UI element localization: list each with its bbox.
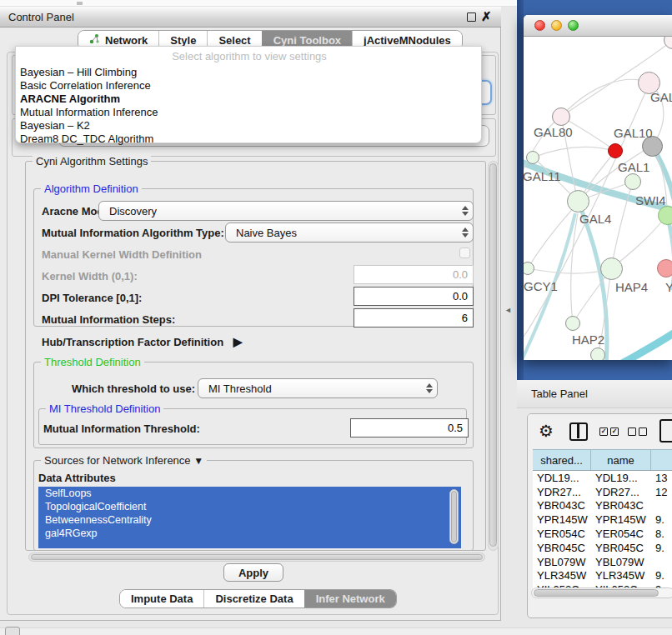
collapse-down-icon[interactable]: ▼ xyxy=(193,455,203,467)
algorithm-option[interactable]: Basic Correlation Inference xyxy=(20,79,151,92)
algorithm-option[interactable]: Dream8 DC_TDC Algorithm xyxy=(20,132,153,145)
table-row[interactable]: YPR145WYPR145W9. xyxy=(533,512,672,527)
node-table: shared... name YDL19...YDL19...13 YDR27.… xyxy=(533,449,672,597)
attribute-list-scrollbar[interactable] xyxy=(449,489,459,544)
network-view-window[interactable]: GAL GAL80 GAL10 GAL11 GAL1 SWI4 GAL4 GCY… xyxy=(524,15,672,360)
network-node-gal1[interactable] xyxy=(624,173,641,190)
cell: YDL19... xyxy=(591,471,651,485)
column-header-shared[interactable]: shared... xyxy=(533,450,591,470)
table-row[interactable]: YBR045CYBR045C9. xyxy=(533,541,672,555)
cell: YLR345W xyxy=(591,569,651,583)
network-node-y[interactable] xyxy=(657,259,672,278)
algorithm-option[interactable]: Bayesian – K2 xyxy=(20,119,90,132)
network-node-gal4[interactable] xyxy=(567,190,589,212)
node-label: HAP4 xyxy=(615,280,648,294)
algorithm-option-selected[interactable]: ARACNE Algorithm xyxy=(20,92,120,105)
cell: YER054C xyxy=(591,527,651,541)
tab-label: jActiveMNodules xyxy=(364,34,451,47)
table-panel-title: Table Panel xyxy=(531,388,588,400)
expand-right-icon[interactable]: ▶ xyxy=(233,335,243,348)
table-row[interactable]: YDR27...YDR27...12 xyxy=(533,485,672,499)
network-window-titlebar[interactable] xyxy=(524,15,672,37)
algorithm-option[interactable]: Bayesian – Hill Climbing xyxy=(20,66,137,78)
table-row[interactable]: YDL19...YDL19...13 xyxy=(533,471,672,485)
network-node-red[interactable] xyxy=(608,143,623,158)
mi-steps-field[interactable]: 6 xyxy=(354,308,474,328)
table-row[interactable]: YLR345WYLR345W9. xyxy=(533,569,672,583)
algorithm-option[interactable]: Mutual Information Inference xyxy=(20,106,158,118)
network-node-gal11[interactable] xyxy=(526,151,539,164)
desktop-edge xyxy=(517,0,524,380)
network-node-hap4[interactable] xyxy=(600,258,623,280)
cell: YDR27... xyxy=(591,485,651,499)
group-title: Cyni Algorithm Settings xyxy=(33,155,151,168)
split-columns-icon[interactable] xyxy=(569,422,588,441)
cell: YDL19... xyxy=(533,471,591,485)
float-window-icon[interactable] xyxy=(467,12,476,22)
tab-label: Infer Network xyxy=(316,592,385,605)
tab-infer-network[interactable]: Infer Network xyxy=(304,590,396,608)
top-tick xyxy=(77,2,83,5)
tab-impute-data[interactable]: Impute Data xyxy=(120,590,203,608)
cell: 8. xyxy=(651,527,672,541)
tab-discretize-data[interactable]: Discretize Data xyxy=(203,590,303,608)
table-row[interactable]: YBL079WYBL079W xyxy=(533,555,672,569)
node-label: GAL4 xyxy=(579,212,611,226)
network-node-swi4[interactable] xyxy=(658,206,672,225)
selected-value: MI Threshold xyxy=(198,382,422,395)
node-label: HAP2 xyxy=(572,332,604,347)
attribute-item[interactable]: gal4RGexp xyxy=(45,528,98,539)
column-header-partial[interactable] xyxy=(651,450,672,470)
dpi-tolerance-field[interactable]: 0.0 xyxy=(354,287,474,306)
apply-button[interactable]: Apply xyxy=(223,563,283,582)
document-icon[interactable] xyxy=(659,419,672,442)
node-label: GCY1 xyxy=(524,279,558,293)
gear-icon[interactable]: ⚙ xyxy=(539,421,554,441)
manual-kernel-checkbox[interactable] xyxy=(459,248,470,258)
tab-label: Cyni Toolbox xyxy=(273,34,341,47)
group-title: Threshold Definition xyxy=(41,356,144,368)
table-row[interactable]: YER054CYER054C8. xyxy=(533,527,672,541)
splitter-arrow-icon[interactable]: ◄ xyxy=(504,306,512,314)
hub-definition-label[interactable]: Hub/Transcription Factor Definition ▶ xyxy=(42,335,243,348)
which-threshold-select[interactable]: MI Threshold xyxy=(198,378,438,398)
cell: YBR045C xyxy=(591,541,651,555)
tab-label: Discretize Data xyxy=(215,592,293,605)
settings-horizontal-scrollbar[interactable] xyxy=(28,552,485,562)
mi-type-select[interactable]: Naive Bayes xyxy=(225,222,474,242)
cell xyxy=(651,499,672,513)
attribute-item[interactable]: SelfLoops xyxy=(45,488,92,499)
close-traffic-light-icon[interactable] xyxy=(534,20,545,31)
table-horizontal-scrollbar[interactable] xyxy=(531,588,672,598)
attribute-item[interactable]: BetweennessCentrality xyxy=(45,514,152,526)
attribute-item[interactable]: TopologicalCoefficient xyxy=(45,501,146,512)
node-label: GAL80 xyxy=(534,125,573,139)
mi-threshold-field[interactable]: 0.5 xyxy=(350,418,469,438)
column-header-name[interactable]: name xyxy=(591,450,651,470)
close-icon[interactable]: ✗ xyxy=(481,9,492,24)
sources-title-text: Sources for Network Inference xyxy=(44,454,191,467)
table-toolbar: ⚙ ✓✓ xyxy=(528,414,672,449)
kernel-width-field: 0.0 xyxy=(354,265,474,284)
zoom-traffic-light-icon[interactable] xyxy=(568,20,579,31)
checked-boxes-icon[interactable]: ✓✓ xyxy=(599,428,619,436)
cell: YLR345W xyxy=(533,569,591,583)
minimized-tab-icon[interactable] xyxy=(5,627,20,635)
network-node-gal80[interactable] xyxy=(552,108,570,126)
network-node[interactable] xyxy=(590,348,605,360)
unchecked-boxes-icon[interactable] xyxy=(628,428,647,436)
network-node-hap2[interactable] xyxy=(565,316,580,331)
node-label: GAL11 xyxy=(524,169,561,183)
dpi-tolerance-label: DPI Tolerance [0,1]: xyxy=(42,292,142,304)
cell: YBL079W xyxy=(591,555,651,569)
aracne-mode-select[interactable]: Discovery xyxy=(98,201,474,221)
table-row[interactable]: YBR043CYBR043C xyxy=(533,499,672,513)
dropdown-hint: Select algorithm to view settings xyxy=(16,50,483,62)
network-canvas[interactable]: GAL GAL80 GAL10 GAL11 GAL1 SWI4 GAL4 GCY… xyxy=(524,37,672,360)
data-attributes-list[interactable]: SelfLoops TopologicalCoefficient Between… xyxy=(38,487,461,548)
node-label: GAL1 xyxy=(618,160,649,174)
settings-vertical-scrollbar[interactable] xyxy=(488,161,499,551)
minimize-traffic-light-icon[interactable] xyxy=(551,20,562,31)
node-label: GAL xyxy=(650,90,672,104)
cell: YPR145W xyxy=(591,512,651,527)
